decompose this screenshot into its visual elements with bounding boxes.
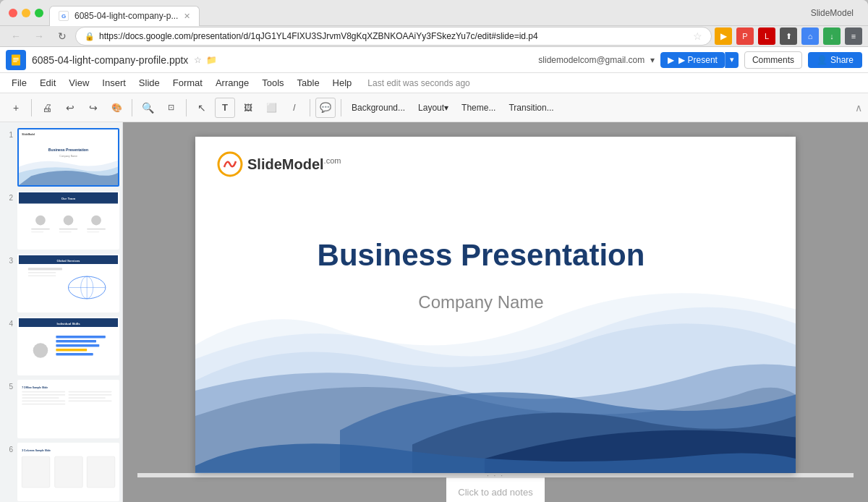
text-tool[interactable]: T	[215, 98, 235, 118]
slide-waves	[195, 288, 796, 473]
menu-file[interactable]: File	[6, 76, 33, 90]
slide-item-1[interactable]: 1 SlideModel Business Presentation	[3, 128, 119, 187]
toolbar-collapse-button[interactable]: ∧	[855, 102, 862, 114]
slide-thumb-6[interactable]: 3 Columns Sample Slide	[17, 443, 119, 501]
present-dropdown-button[interactable]: ▾	[725, 52, 739, 68]
slide-thumb-1[interactable]: SlideModel Business Presentation Company…	[17, 128, 119, 187]
extension-icon-6[interactable]: ↓	[823, 27, 841, 45]
slide-item-6[interactable]: 6 3 Columns Sample Slide	[3, 443, 119, 501]
svg-rect-14	[31, 229, 50, 230]
slide-canvas[interactable]: SlideModel.com Business Presentation Com…	[195, 137, 796, 473]
tab-title: 6085-04-light-company-p...	[75, 11, 178, 21]
paint-format-button[interactable]: 🎨	[106, 98, 127, 118]
star-icon[interactable]: ☆	[194, 55, 202, 65]
menu-tools[interactable]: Tools	[256, 76, 289, 90]
extension-icon-1[interactable]: ▶	[715, 27, 732, 45]
transition-dropdown[interactable]: Transition...	[503, 101, 558, 115]
canvas-area: SlideModel.com Business Presentation Com…	[123, 122, 868, 502]
menu-view[interactable]: View	[63, 76, 95, 90]
extension-icon-3[interactable]: L	[758, 27, 775, 45]
toolbar-separator-1	[31, 99, 32, 116]
slide-item-4[interactable]: 4 Individual Skills	[3, 317, 119, 375]
svg-point-33	[33, 343, 48, 358]
refresh-button[interactable]: ↻	[52, 26, 72, 46]
shape-tool[interactable]: ⬜	[261, 98, 281, 118]
svg-text:Company Name: Company Name	[59, 155, 77, 158]
folder-icon[interactable]: 📁	[206, 55, 217, 65]
transition-label: Transition...	[509, 103, 553, 113]
line-tool[interactable]: /	[284, 98, 305, 118]
main-area: 1 SlideModel Business Presentation	[0, 122, 868, 502]
browser-tab[interactable]: G 6085-04-light-company-p... ✕	[49, 6, 200, 26]
slides-panel: 1 SlideModel Business Presentation	[0, 122, 123, 502]
browser-titlebar: G 6085-04-light-company-p... ✕ SlideMode…	[0, 0, 868, 26]
svg-rect-46	[69, 398, 106, 399]
back-button[interactable]: ←	[6, 26, 26, 46]
forward-button[interactable]: →	[29, 26, 49, 46]
extension-icon-5[interactable]: ⌂	[801, 27, 819, 45]
slide-item-2[interactable]: 2 Our Team	[3, 191, 119, 250]
comment-tool[interactable]: 💬	[315, 98, 336, 118]
comments-button[interactable]: Comments	[744, 51, 802, 69]
slide-item-3[interactable]: 3 Global Services	[3, 254, 119, 312]
tab-close-button[interactable]: ✕	[184, 12, 190, 21]
share-button[interactable]: 👤 Share	[808, 52, 862, 68]
app-name: SlideModel	[811, 8, 854, 18]
account-dropdown-icon[interactable]: ▾	[650, 55, 655, 65]
address-bar[interactable]: 🔒 https://docs.google.com/presentation/d…	[75, 27, 712, 46]
slide-number-4: 4	[3, 320, 13, 328]
theme-dropdown[interactable]: Theme...	[456, 101, 501, 115]
toolbar-separator-2	[132, 99, 132, 116]
extension-icon-7[interactable]: ≡	[845, 27, 862, 45]
bookmark-icon[interactable]: ☆	[693, 30, 702, 42]
cursor-tool[interactable]: ↖	[192, 98, 212, 118]
slide-main-title[interactable]: Business Presentation	[195, 238, 767, 273]
undo-button[interactable]: ↩	[60, 98, 80, 118]
background-dropdown[interactable]: Background...	[346, 101, 410, 115]
print-button[interactable]: 🖨	[37, 98, 57, 118]
maximize-window-button[interactable]	[35, 9, 43, 17]
share-icon: 👤	[817, 55, 827, 65]
slide-item-5[interactable]: 5 7 Offline Sample Slide	[3, 380, 119, 438]
minimize-window-button[interactable]	[22, 9, 30, 17]
user-email: slidemodelcom@gmail.com	[538, 55, 644, 65]
redo-button[interactable]: ↪	[83, 98, 103, 118]
app-topbar: 6085-04-light-company-profile.pptx ☆ 📁 s…	[0, 47, 868, 73]
svg-rect-49	[69, 401, 112, 402]
toolbar-separator-5	[341, 99, 341, 116]
toolbar-separator-4	[310, 99, 310, 116]
zoom-button[interactable]: 🔍	[137, 98, 158, 118]
slide-thumb-5[interactable]: 7 Offline Sample Slide	[17, 380, 119, 438]
browser-nav-bar: ← → ↻ 🔒 https://docs.google.com/presenta…	[0, 26, 868, 47]
present-button[interactable]: ▶ ▶ Present	[660, 52, 725, 68]
last-edit-status: Last edit was seconds ago	[367, 78, 469, 88]
slide-thumb-3[interactable]: Global Services	[17, 254, 119, 312]
svg-rect-44	[69, 391, 112, 393]
menu-help[interactable]: Help	[327, 76, 358, 90]
svg-rect-52	[22, 456, 50, 488]
extension-icon-2[interactable]: P	[736, 27, 754, 45]
zoom-plus-button[interactable]: +	[6, 98, 26, 118]
menu-slide[interactable]: Slide	[133, 76, 166, 90]
svg-text:3 Columns Sample Slide: 3 Columns Sample Slide	[22, 450, 51, 453]
menu-table[interactable]: Table	[292, 76, 326, 90]
svg-text:Individual Skills: Individual Skills	[56, 322, 80, 326]
svg-rect-27	[28, 268, 62, 270]
menu-format[interactable]: Format	[167, 76, 208, 90]
menu-edit[interactable]: Edit	[34, 76, 61, 90]
slide-thumb-4[interactable]: Individual Skills	[17, 317, 119, 375]
image-tool[interactable]: 🖼	[238, 98, 258, 118]
layout-label: Layout▾	[418, 103, 448, 113]
close-window-button[interactable]	[9, 9, 17, 17]
menu-arrange[interactable]: Arrange	[210, 76, 255, 90]
svg-rect-1	[13, 58, 19, 59]
notes-area[interactable]: Click to add notes	[446, 477, 544, 502]
slide-thumb-2[interactable]: Our Team	[17, 191, 119, 250]
extension-icon-4[interactable]: ⬆	[780, 27, 797, 45]
layout-dropdown[interactable]: Layout▾	[413, 101, 454, 115]
zoom-fit-button[interactable]: ⊡	[161, 98, 181, 118]
menu-insert[interactable]: Insert	[96, 76, 132, 90]
svg-text:Global Services: Global Services	[56, 259, 80, 263]
svg-point-13	[91, 216, 101, 226]
svg-rect-54	[87, 456, 115, 488]
